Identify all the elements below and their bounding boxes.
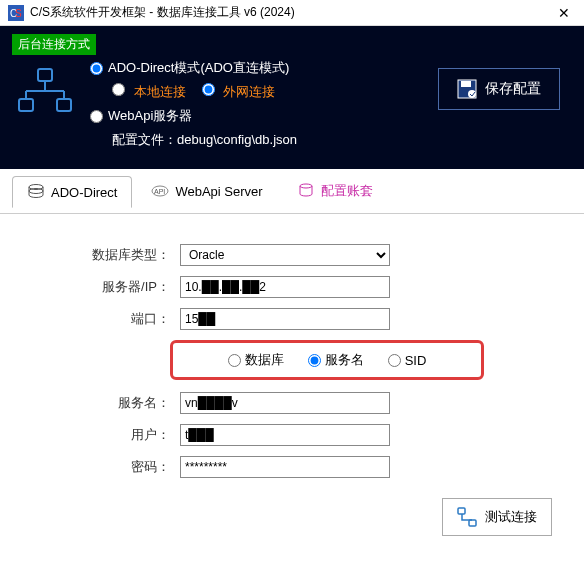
tab-account[interactable]: 配置账套	[282, 175, 388, 207]
local-connect-label: 本地连接	[134, 84, 186, 99]
rb-service-radio[interactable]	[308, 354, 321, 367]
tab-bar: ADO-Direct API WebApi Server 配置账套	[0, 169, 584, 214]
save-config-label: 保存配置	[485, 80, 541, 98]
port-label: 端口：	[20, 310, 180, 328]
ado-direct-label: ADO-Direct模式(ADO直连模式)	[108, 59, 289, 77]
password-label: 密码：	[20, 458, 180, 476]
service-label: 服务名：	[20, 394, 180, 412]
rb-database-radio[interactable]	[228, 354, 241, 367]
external-connect-label: 外网连接	[223, 84, 275, 99]
identifier-type-group: 数据库 服务名 SID	[170, 340, 484, 380]
svg-rect-18	[458, 508, 465, 514]
api-icon: API	[151, 182, 169, 200]
svg-rect-19	[469, 520, 476, 526]
svg-point-17	[300, 184, 312, 188]
rb-sid-label: SID	[405, 353, 427, 368]
service-input[interactable]	[180, 392, 390, 414]
external-connect-option[interactable]: 外网连接	[202, 83, 276, 101]
ledger-icon	[297, 182, 315, 200]
network-icon	[16, 65, 74, 123]
svg-rect-11	[461, 81, 471, 87]
port-input[interactable]	[180, 308, 390, 330]
test-connection-button[interactable]: 测试连接	[442, 498, 552, 536]
webapi-radio[interactable]	[90, 110, 103, 123]
rb-database-label: 数据库	[245, 351, 284, 369]
ado-direct-radio[interactable]	[90, 62, 103, 75]
connection-test-icon	[457, 507, 477, 527]
webapi-label: WebApi服务器	[108, 107, 192, 125]
rb-database-option[interactable]: 数据库	[228, 351, 284, 369]
backend-mode-tag: 后台连接方式	[12, 34, 96, 55]
tab-webapi[interactable]: API WebApi Server	[136, 175, 277, 207]
rb-sid-option[interactable]: SID	[388, 351, 427, 369]
tab-ado-label: ADO-Direct	[51, 185, 117, 200]
save-config-button[interactable]: 保存配置	[438, 68, 560, 110]
svg-point-12	[468, 90, 476, 98]
dbtype-select[interactable]: Oracle	[180, 244, 390, 266]
svg-rect-3	[38, 69, 52, 81]
test-connection-label: 测试连接	[485, 508, 537, 526]
floppy-save-icon	[457, 79, 477, 99]
local-connect-radio[interactable]	[112, 83, 125, 96]
user-label: 用户：	[20, 426, 180, 444]
tab-account-label: 配置账套	[321, 182, 373, 200]
local-connect-option[interactable]: 本地连接	[112, 83, 186, 101]
connection-form: 数据库类型： Oracle 服务器/IP： 端口： 数据库 服务名 SID 服务…	[0, 214, 584, 498]
password-input[interactable]	[180, 456, 390, 478]
config-file-label: 配置文件：debug\config\db.json	[112, 131, 297, 149]
svg-rect-8	[19, 99, 33, 111]
tab-webapi-label: WebApi Server	[175, 184, 262, 199]
connection-mode-panel: 后台连接方式 ADO-Direct模式(ADO直连模式) 本地连接 外网连接	[0, 26, 584, 169]
svg-text:S: S	[15, 8, 22, 19]
rb-service-option[interactable]: 服务名	[308, 351, 364, 369]
app-icon: CS	[8, 5, 24, 21]
titlebar: CS C/S系统软件开发框架 - 数据库连接工具 v6 (2024) ✕	[0, 0, 584, 26]
window-title: C/S系统软件开发框架 - 数据库连接工具 v6 (2024)	[30, 4, 552, 21]
rb-sid-radio[interactable]	[388, 354, 401, 367]
rb-service-label: 服务名	[325, 351, 364, 369]
svg-text:API: API	[154, 188, 165, 195]
server-label: 服务器/IP：	[20, 278, 180, 296]
database-icon	[27, 183, 45, 201]
external-connect-radio[interactable]	[202, 83, 215, 96]
dbtype-label: 数据库类型：	[20, 246, 180, 264]
tab-ado-direct[interactable]: ADO-Direct	[12, 176, 132, 208]
svg-rect-9	[57, 99, 71, 111]
user-input[interactable]	[180, 424, 390, 446]
close-icon[interactable]: ✕	[552, 5, 576, 21]
server-input[interactable]	[180, 276, 390, 298]
